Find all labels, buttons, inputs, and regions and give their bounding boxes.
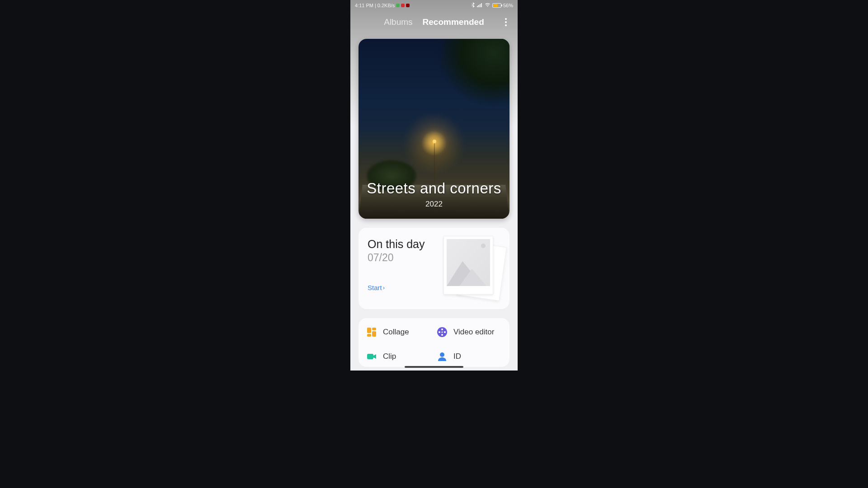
memory-card[interactable]: Streets and corners 2022 (359, 39, 509, 219)
svg-rect-4 (367, 328, 371, 333)
more-options-icon[interactable] (501, 18, 510, 27)
status-right: 56% (471, 2, 513, 9)
status-indicator-icon (396, 4, 400, 7)
svg-point-10 (444, 331, 446, 333)
svg-rect-7 (367, 334, 371, 337)
bluetooth-icon (471, 2, 475, 9)
tab-recommended[interactable]: Recommended (423, 17, 484, 27)
tool-clip[interactable]: Clip (366, 351, 432, 362)
tools-card: Collage Video editor (359, 318, 509, 367)
tab-albums[interactable]: Albums (384, 17, 412, 27)
phone-screen: 4:11 PM | 0.2KB/s 56% Albums Recomme (350, 0, 518, 371)
status-separator: | (375, 3, 376, 8)
start-label: Start (368, 284, 382, 291)
tool-video-editor[interactable]: Video editor (436, 326, 502, 338)
tool-label: Clip (383, 352, 396, 361)
svg-rect-3 (481, 3, 482, 7)
chevron-right-icon: › (383, 284, 385, 291)
svg-rect-5 (372, 328, 376, 330)
home-indicator[interactable] (405, 366, 463, 368)
tool-label: Collage (383, 328, 409, 337)
svg-point-11 (441, 334, 443, 336)
signal-icon (477, 3, 483, 8)
hero-image-lamp (433, 140, 436, 143)
svg-rect-14 (367, 354, 373, 359)
svg-rect-1 (478, 5, 479, 7)
tool-collage[interactable]: Collage (366, 326, 432, 338)
collage-icon (366, 326, 377, 338)
svg-point-15 (440, 352, 444, 357)
wifi-icon (485, 3, 491, 8)
svg-point-13 (442, 332, 443, 333)
photo-stack-placeholder (437, 236, 500, 299)
tool-label: Video editor (453, 328, 494, 337)
svg-point-12 (439, 331, 440, 333)
svg-point-9 (441, 328, 443, 330)
status-net-speed: 0.2KB/s (377, 3, 395, 8)
top-tabs: Albums Recommended (350, 11, 518, 33)
on-this-day-card[interactable]: On this day 07/20 Start › (359, 228, 509, 309)
svg-rect-6 (372, 331, 376, 337)
status-indicator-icon (406, 4, 410, 7)
svg-rect-2 (480, 4, 481, 7)
status-left: 4:11 PM | 0.2KB/s (355, 3, 410, 8)
video-editor-icon (436, 326, 448, 338)
memory-year: 2022 (359, 200, 509, 209)
status-indicator-icon (401, 4, 405, 7)
tool-id[interactable]: ID (436, 351, 502, 362)
status-bar: 4:11 PM | 0.2KB/s 56% (350, 0, 518, 11)
id-photo-icon (436, 351, 448, 362)
memory-title: Streets and corners (359, 180, 509, 197)
status-time: 4:11 PM (355, 3, 373, 8)
placeholder-photo-front (443, 236, 493, 295)
hero-image-tree (437, 39, 509, 107)
battery-percent: 56% (503, 3, 513, 8)
battery-icon (492, 3, 501, 8)
tool-label: ID (453, 352, 461, 361)
hero-image-pole (434, 143, 435, 184)
clip-icon (366, 351, 377, 362)
svg-rect-0 (477, 6, 478, 7)
